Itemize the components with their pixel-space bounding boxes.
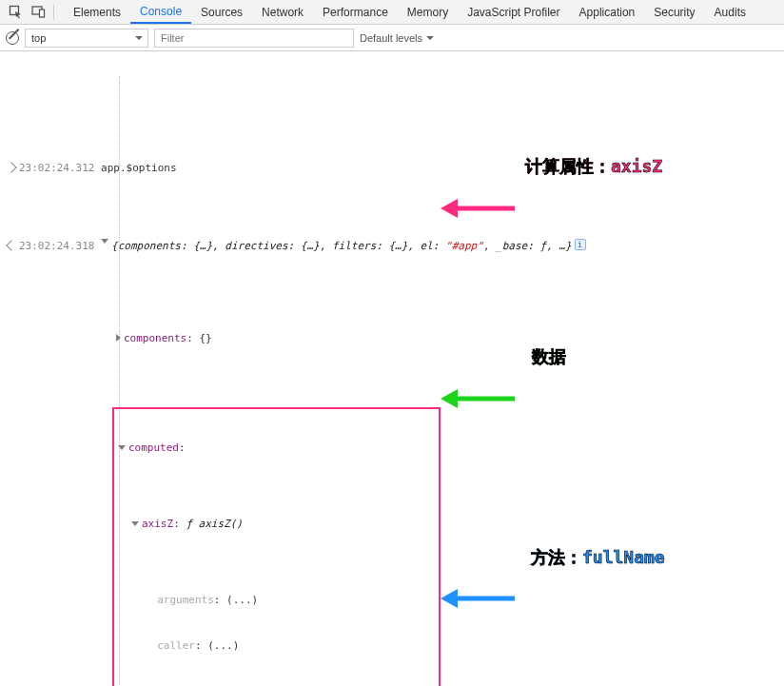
arrow-icon bbox=[441, 166, 517, 251]
expand-down-icon[interactable] bbox=[131, 521, 139, 526]
console-row[interactable]: 23:02:24.318 {components: {…}, directive… bbox=[0, 238, 784, 255]
info-icon[interactable]: i bbox=[575, 239, 586, 250]
timestamp: 23:02:24.312 bbox=[19, 161, 94, 176]
console-row[interactable]: 23:02:24.312 app.$options bbox=[0, 160, 784, 177]
expand-right-icon[interactable] bbox=[116, 334, 121, 342]
tab-network[interactable]: Network bbox=[252, 0, 313, 24]
tab-security[interactable]: Security bbox=[644, 0, 704, 24]
tabs: Elements Console Sources Network Perform… bbox=[64, 0, 755, 24]
expression: app.$options bbox=[101, 161, 176, 176]
svg-marker-8 bbox=[441, 589, 458, 608]
timestamp: 23:02:24.318 bbox=[19, 239, 94, 254]
annotation-methods: 方法：fullName bbox=[531, 550, 665, 565]
tab-sources[interactable]: Sources bbox=[191, 0, 252, 24]
device-toggle-icon[interactable] bbox=[29, 4, 47, 21]
tab-elements[interactable]: Elements bbox=[64, 0, 130, 24]
tab-audits[interactable]: Audits bbox=[705, 0, 755, 24]
expand-down-icon[interactable] bbox=[118, 445, 126, 450]
divider bbox=[53, 5, 54, 20]
chevron-left-icon bbox=[6, 240, 16, 250]
filter-input[interactable] bbox=[154, 29, 354, 48]
chevron-down-icon bbox=[426, 36, 434, 44]
annotation-computed: 计算属性：axisZ bbox=[525, 159, 662, 174]
arrow-icon bbox=[441, 356, 517, 441]
expand-down-icon[interactable] bbox=[101, 239, 108, 244]
tab-console[interactable]: Console bbox=[130, 0, 191, 24]
svg-marker-4 bbox=[441, 199, 458, 218]
object-summary: {components: {…}, directives: {…}, filte… bbox=[111, 240, 445, 252]
console-output: 23:02:24.312 app.$options 23:02:24.318 {… bbox=[0, 51, 784, 686]
devtools-tabbar: Elements Console Sources Network Perform… bbox=[0, 0, 784, 25]
clear-console-icon[interactable] bbox=[6, 31, 19, 45]
annotation-data: 数据 bbox=[532, 349, 566, 364]
context-selector[interactable] bbox=[25, 29, 148, 48]
arrow-icon bbox=[441, 556, 517, 641]
svg-marker-6 bbox=[441, 389, 458, 408]
tab-memory[interactable]: Memory bbox=[398, 0, 458, 24]
console-toolbar: Default levels bbox=[0, 25, 784, 51]
prop-key: components bbox=[124, 332, 186, 344]
svg-rect-2 bbox=[39, 10, 44, 17]
tab-performance[interactable]: Performance bbox=[313, 0, 398, 24]
tab-application[interactable]: Application bbox=[570, 0, 645, 24]
log-levels-dropdown[interactable]: Default levels bbox=[360, 32, 434, 44]
tab-jsprofiler[interactable]: JavaScript Profiler bbox=[458, 0, 569, 24]
highlight-box-computed: computed: axisZ: ƒ axisZ() arguments: (.… bbox=[112, 407, 441, 686]
prop-key: computed bbox=[128, 441, 179, 454]
chevron-right-icon bbox=[6, 162, 16, 172]
inspect-icon[interactable] bbox=[7, 4, 24, 21]
log-levels-label: Default levels bbox=[360, 32, 422, 44]
